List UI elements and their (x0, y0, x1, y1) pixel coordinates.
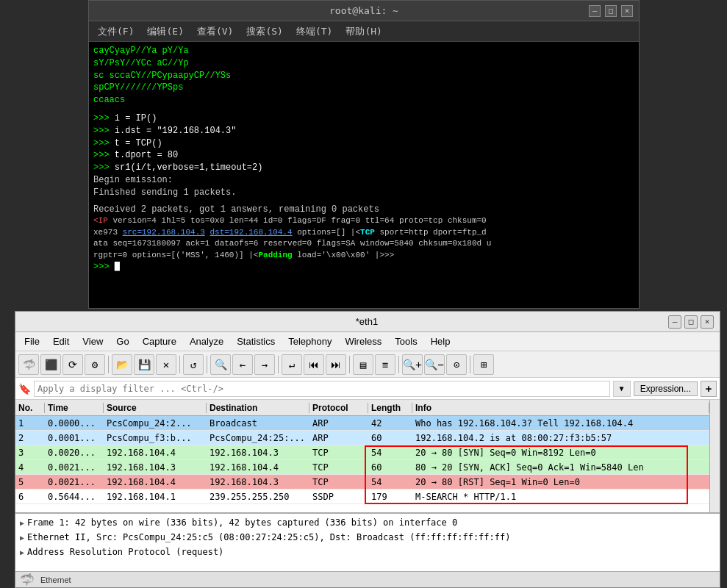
packet-row[interactable]: 20.0001...PcsCompu_f3:b...PcsCompu_24:25… (15, 431, 709, 445)
terminal-line: spCPY///////YPSps (93, 82, 634, 94)
packet-cell: 0.0001... (45, 433, 104, 443)
shark-icon-btn[interactable]: 🦈 (18, 354, 39, 375)
terminal-line: cayCyayP//Ya pY/Ya (93, 45, 634, 57)
packet-cell: 179 (368, 492, 412, 502)
first-btn[interactable]: ⏮ (304, 354, 324, 375)
open-file-btn[interactable]: 📂 (112, 354, 132, 375)
packet-cell: PcsCompu_24:25:... (207, 433, 309, 443)
terminal-close-btn[interactable]: × (621, 5, 633, 17)
zoom-in-btn[interactable]: 🔍+ (402, 354, 423, 375)
detail-arp-text: Address Resolution Protocol (request) (27, 547, 223, 557)
packet-cell: 60 (368, 433, 412, 443)
packet-row[interactable]: 30.0020...192.168.104.4192.168.104.3TCP5… (15, 445, 709, 460)
packet-cell: TCP (309, 448, 368, 458)
terminal-menu-terminal[interactable]: 终端(T) (290, 24, 338, 40)
packet-cell: 2 (15, 433, 45, 443)
ws-menu-analyze[interactable]: Analyze (184, 334, 229, 348)
ws-menu-go[interactable]: Go (110, 334, 135, 348)
filter-dropdown-btn[interactable]: ▼ (613, 381, 631, 397)
expand-arrow-arp: ▶ (20, 548, 24, 556)
ws-menu-help[interactable]: Help (425, 334, 456, 348)
packet-row[interactable]: 50.0021...192.168.104.4192.168.104.3TCP5… (15, 475, 709, 490)
ws-close-btn[interactable]: × (701, 315, 714, 329)
reload-btn[interactable]: ↺ (183, 354, 204, 375)
packet-row[interactable]: 60.5644...192.168.104.1239.255.255.250SS… (15, 490, 709, 504)
packet-cell: 54 (368, 448, 412, 458)
terminal-menu-search[interactable]: 搜索(S) (240, 24, 288, 40)
stop-capture-btn[interactable]: ⬛ (40, 354, 61, 375)
ws-menubar: File Edit View Go Capture Analyze Statis… (15, 332, 720, 351)
zoom-reset-btn[interactable]: ⊙ (446, 354, 467, 375)
colorize-btn[interactable]: ▤ (353, 354, 373, 375)
ws-menu-view[interactable]: View (76, 334, 109, 348)
ws-win-buttons: – □ × (668, 315, 714, 329)
ws-menu-telephony[interactable]: Telephony (282, 334, 337, 348)
auto-scroll-btn[interactable]: ≡ (375, 354, 395, 375)
terminal-body: cayCyayP//Ya pY/Ya sY/PsY//YCc aC//Yp sc… (89, 42, 639, 308)
packet-cell: Who has 192.168.104.3? Tell 192.168.104.… (412, 418, 709, 429)
ws-menu-edit[interactable]: Edit (47, 334, 75, 348)
zoom-out-btn[interactable]: 🔍− (424, 354, 445, 375)
prev-btn[interactable]: ← (232, 354, 253, 375)
packet-cell: 0.0000... (45, 418, 104, 429)
packet-cell: 20 → 80 [RST] Seq=1 Win=0 Len=0 (412, 477, 709, 487)
detail-row-frame[interactable]: ▶ Frame 1: 42 bytes on wire (336 bits), … (18, 515, 717, 530)
terminal-menu-file[interactable]: 文件(F) (92, 24, 140, 40)
ws-maximize-btn[interactable]: □ (684, 315, 698, 329)
terminal-output-line: Received 2 packets, got 1 answers, remai… (93, 204, 634, 216)
ws-menu-wireless[interactable]: Wireless (339, 334, 387, 348)
ws-filter-bar: 🔖 ▼ Expression... + (15, 378, 720, 400)
packet-cell: 192.168.104.3 (207, 448, 309, 458)
terminal-win-buttons: – □ × (589, 5, 633, 17)
ws-menu-file[interactable]: File (18, 334, 46, 348)
terminal-menu-help[interactable]: 帮助(H) (340, 24, 387, 40)
ws-minimize-btn[interactable]: – (668, 315, 681, 329)
terminal-prompt-line: >>> i = IP() (93, 112, 634, 125)
filter-plus-btn[interactable]: + (701, 381, 717, 397)
goto-btn[interactable]: ↵ (282, 354, 302, 375)
packet-list-area: No. Time Source Destination Protocol Len… (15, 400, 720, 512)
packet-cell: 192.168.104.3 (207, 477, 309, 487)
toolbar-sep-1 (108, 356, 109, 373)
capture-options-btn[interactable]: ⚙ (85, 354, 105, 375)
packet-list-scrollbar[interactable] (709, 400, 720, 512)
packet-cell: 4 (15, 462, 45, 473)
last-btn[interactable]: ⏭ (326, 354, 346, 375)
terminal-output-line: Begin emission: (93, 174, 634, 187)
detail-row-ethernet[interactable]: ▶ Ethernet II, Src: PcsCompu_24:25:c5 (0… (18, 530, 717, 545)
close-file-btn[interactable]: ✕ (156, 354, 176, 375)
ws-packet-list: No. Time Source Destination Protocol Len… (15, 400, 709, 512)
packet-list-header: No. Time Source Destination Protocol Len… (15, 400, 709, 416)
ws-menu-tools[interactable]: Tools (389, 334, 423, 348)
terminal-prompt-line: >>> t.dport = 80 (93, 149, 634, 162)
packet-row[interactable]: 40.0021...192.168.104.3192.168.104.4TCP6… (15, 460, 709, 475)
ws-menu-capture[interactable]: Capture (137, 334, 182, 348)
terminal-menu-view[interactable]: 查看(V) (191, 24, 239, 40)
packet-cell: TCP (309, 462, 368, 473)
expression-btn[interactable]: Expression... (634, 381, 698, 396)
restart-capture-btn[interactable]: ⟳ (62, 354, 83, 375)
terminal-maximize-btn[interactable]: □ (605, 5, 617, 17)
terminal-prompt-line: >>> sr1(i/t,verbose=1,timeout=2) (93, 162, 634, 174)
packet-cell: ARP (309, 418, 368, 429)
detail-row-arp[interactable]: ▶ Address Resolution Protocol (request) (18, 545, 717, 559)
save-file-btn[interactable]: 💾 (134, 354, 154, 375)
ws-menu-statistics[interactable]: Statistics (231, 334, 281, 348)
ws-status-bar: 🦈 Ethernet (15, 571, 720, 587)
ws-title: *eth1 (65, 316, 668, 327)
terminal-prompt-line: >>> t = TCP() (93, 137, 634, 150)
packet-list-btn[interactable]: ⊞ (473, 354, 494, 375)
terminal-output-line: Finished sending 1 packets. (93, 187, 634, 199)
col-header-info: Info (412, 403, 709, 413)
packet-row[interactable]: 10.0000...PcsCompu_24:2...BroadcastARP42… (15, 416, 709, 431)
filter-input[interactable] (34, 381, 610, 397)
terminal-prompt-empty: >>> █ (93, 261, 634, 273)
terminal-menu-edit[interactable]: 编辑(E) (141, 24, 189, 40)
terminal-minimize-btn[interactable]: – (589, 5, 601, 17)
filter-icon: 🔖 (18, 383, 31, 395)
packet-cell: 6 (15, 492, 45, 502)
terminal-line: ccaacs (93, 94, 634, 107)
next-btn[interactable]: → (254, 354, 275, 375)
packet-cell: SSDP (309, 492, 368, 502)
find-btn[interactable]: 🔍 (210, 354, 231, 375)
